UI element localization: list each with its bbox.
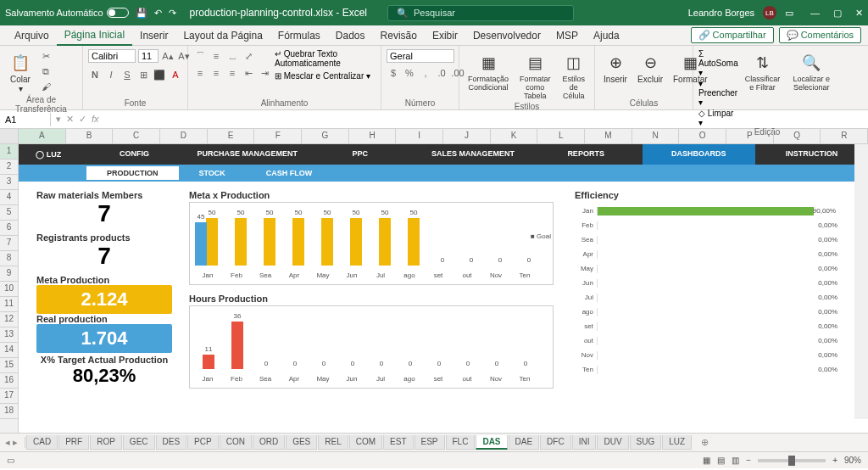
column-header-J[interactable]: J: [443, 129, 491, 143]
subnav-cash flow[interactable]: CASH FLOW: [246, 166, 333, 180]
search-box[interactable]: 🔍 Pesquisar: [387, 5, 574, 21]
sheet-tab-das[interactable]: DAS: [476, 435, 507, 450]
view-pagelayout-icon[interactable]: ▤: [717, 456, 725, 465]
save-icon[interactable]: 💾: [136, 8, 147, 19]
row-header-15[interactable]: 15: [0, 358, 18, 373]
subnav-production[interactable]: PRODUCTION: [86, 166, 179, 180]
indent-inc-icon[interactable]: ⇥: [258, 66, 271, 80]
comma-icon[interactable]: ,: [419, 66, 432, 80]
view-normal-icon[interactable]: ▦: [703, 456, 710, 465]
row-header-4[interactable]: 4: [0, 190, 18, 205]
orientation-icon[interactable]: ⤢: [242, 49, 255, 63]
name-box[interactable]: A1: [0, 113, 51, 126]
row-header-13[interactable]: 13: [0, 327, 18, 343]
sheet-tab-gec[interactable]: GEC: [123, 435, 155, 450]
menu-tab-arquivo[interactable]: Arquivo: [7, 26, 57, 45]
column-header-Q[interactable]: Q: [774, 129, 821, 143]
row-header-11[interactable]: 11: [0, 297, 18, 312]
sheet-tab-rop[interactable]: ROP: [90, 435, 122, 450]
currency-icon[interactable]: $: [387, 66, 400, 80]
redo-icon[interactable]: ↷: [169, 8, 176, 19]
indent-dec-icon[interactable]: ⇤: [242, 66, 255, 80]
sheet-tab-com[interactable]: COM: [349, 435, 382, 450]
zoom-slider[interactable]: [758, 459, 826, 462]
autosum-button[interactable]: Σ AutoSoma ▾: [698, 49, 738, 77]
row-header-5[interactable]: 5: [0, 205, 18, 221]
menu-tab-ajuda[interactable]: Ajuda: [586, 26, 627, 45]
conditional-format-button[interactable]: ▦Formatação Condicional: [465, 49, 512, 93]
sheet-tab-prf[interactable]: PRF: [58, 435, 89, 450]
find-select-button[interactable]: 🔍Localizar e Selecionar: [787, 49, 836, 93]
row-header-1[interactable]: 1: [0, 144, 18, 159]
inc-decimal-icon[interactable]: .0: [435, 66, 448, 80]
menu-tab-revisão[interactable]: Revisão: [373, 26, 425, 45]
menu-tab-fórmulas[interactable]: Fórmulas: [270, 26, 328, 45]
format-painter-icon[interactable]: 🖌: [39, 80, 53, 93]
sheet-tab-ord[interactable]: ORD: [253, 435, 285, 450]
zoom-out-icon[interactable]: −: [746, 456, 751, 465]
column-header-R[interactable]: R: [821, 129, 868, 143]
view-pagebreak-icon[interactable]: ▥: [732, 456, 739, 465]
sheet-tab-rel[interactable]: REL: [318, 435, 348, 450]
align-right-icon[interactable]: ≡: [225, 66, 239, 80]
column-header-E[interactable]: E: [208, 129, 255, 143]
fill-color-icon[interactable]: ⬛: [153, 68, 166, 81]
minimize-icon[interactable]: —: [810, 8, 820, 19]
column-header-F[interactable]: F: [254, 129, 302, 143]
fb-fx-icon[interactable]: fx: [92, 114, 99, 125]
cut-icon[interactable]: ✂: [39, 49, 53, 63]
maximize-icon[interactable]: ▢: [833, 8, 842, 19]
share-button[interactable]: 🔗 Compartilhar: [691, 27, 774, 43]
row-header-3[interactable]: 3: [0, 175, 18, 190]
font-size-combo[interactable]: 11: [138, 49, 159, 63]
align-center-icon[interactable]: ≡: [209, 66, 223, 80]
formula-input[interactable]: [104, 118, 868, 121]
column-header-I[interactable]: I: [396, 129, 443, 143]
number-format-combo[interactable]: Geral: [387, 49, 454, 63]
nav-sales-management[interactable]: SALES MANAGEMENT: [416, 144, 529, 165]
italic-button[interactable]: I: [104, 68, 118, 81]
close-icon[interactable]: ✕: [855, 8, 863, 19]
fb-enter-icon[interactable]: ✓: [79, 114, 86, 125]
copy-icon[interactable]: ⧉: [39, 64, 53, 78]
column-header-L[interactable]: L: [537, 129, 585, 143]
sheet-tab-luz[interactable]: LUZ: [662, 435, 692, 450]
menu-tab-inserir[interactable]: Inserir: [132, 26, 175, 45]
bold-button[interactable]: N: [88, 68, 102, 81]
sheet-nav-arrows[interactable]: ◂ ▸: [5, 437, 25, 448]
underline-button[interactable]: S: [120, 68, 134, 81]
grid[interactable]: ◯ LUZ CONFIGPURCHASE MANAGEMENTPPCSALES …: [19, 144, 868, 433]
border-icon[interactable]: ⊞: [136, 68, 150, 81]
subnav-stock[interactable]: STOCK: [179, 166, 246, 180]
column-header-O[interactable]: O: [679, 129, 726, 143]
menu-tab-dados[interactable]: Dados: [328, 26, 373, 45]
row-header-2[interactable]: 2: [0, 159, 18, 175]
column-header-M[interactable]: M: [585, 129, 632, 143]
merge-center-button[interactable]: ⊞ Mesclar e Centralizar ▾: [275, 71, 376, 81]
sheet-tab-dfc[interactable]: DFC: [540, 435, 571, 450]
column-header-A[interactable]: A: [19, 129, 66, 143]
nav-dashboards[interactable]: DASHBOARDS: [643, 144, 755, 165]
sheet-tab-dae[interactable]: DAE: [509, 435, 540, 450]
zoom-in-icon[interactable]: +: [832, 456, 837, 465]
sheet-tab-est[interactable]: EST: [383, 435, 413, 450]
user-badge[interactable]: LB: [763, 6, 776, 20]
column-header-G[interactable]: G: [302, 129, 349, 143]
sheet-tab-duv[interactable]: DUV: [597, 435, 628, 450]
nav-config[interactable]: CONFIG: [78, 144, 191, 165]
sheet-tab-con[interactable]: CON: [220, 435, 252, 450]
select-all-triangle[interactable]: [0, 129, 19, 143]
nav-purchase-management[interactable]: PURCHASE MANAGEMENT: [191, 144, 303, 165]
font-color-icon[interactable]: A: [169, 68, 182, 81]
autosave-toggle[interactable]: [107, 8, 129, 18]
delete-cells-button[interactable]: ⊖Excluir: [634, 49, 666, 86]
scrollbar-vertical[interactable]: [854, 144, 868, 419]
row-header-17[interactable]: 17: [0, 389, 18, 404]
sort-filter-button[interactable]: ⇅Classificar e Filtrar: [742, 49, 784, 93]
align-left-icon[interactable]: ≡: [193, 66, 207, 80]
align-middle-icon[interactable]: ≡: [209, 49, 223, 63]
undo-icon[interactable]: ↶: [154, 8, 162, 19]
row-header-6[interactable]: 6: [0, 221, 18, 236]
grow-font-icon[interactable]: A▴: [161, 49, 175, 63]
format-table-button[interactable]: ▤Formatar como Tabela: [515, 49, 554, 102]
